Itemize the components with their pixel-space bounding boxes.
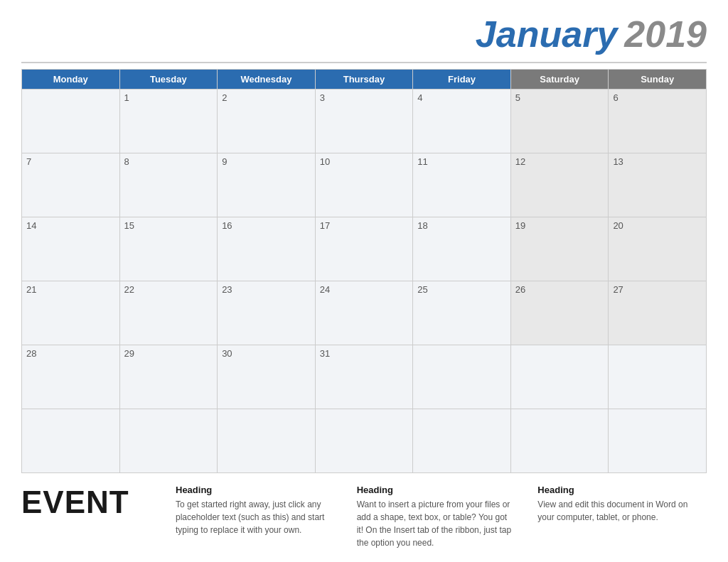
day-number: 14: [26, 220, 36, 231]
col-header-monday: Monday: [22, 70, 120, 90]
day-number: 12: [515, 156, 525, 167]
footer-col-2: Heading Want to insert a picture from yo…: [345, 485, 526, 549]
calendar-cell: 17: [315, 217, 413, 281]
day-number: 29: [124, 348, 134, 359]
day-number: 1: [124, 92, 129, 103]
footer-col3-heading: Heading: [537, 485, 695, 495]
calendar-cell: 10: [315, 153, 413, 217]
day-number: 5: [515, 92, 520, 103]
footer-col-3: Heading View and edit this document in W…: [525, 485, 707, 549]
day-number: 17: [320, 220, 330, 231]
calendar-cell: [22, 409, 120, 473]
calendar-cell: 4: [413, 90, 511, 153]
col-header-friday: Friday: [413, 70, 511, 90]
day-number: 11: [417, 156, 427, 167]
calendar-cell: 20: [609, 217, 707, 281]
day-number: 21: [26, 284, 36, 295]
day-number: 24: [320, 284, 330, 295]
calendar-body: 1234567891011121314151617181920212223242…: [22, 90, 707, 473]
calendar-cell: 8: [119, 153, 218, 217]
calendar-cell: 7: [22, 153, 120, 217]
day-number: 16: [222, 220, 232, 231]
calendar-cell: 26: [510, 281, 609, 345]
calendar-footer: EVENT Heading To get started right away,…: [21, 485, 707, 549]
day-number: 8: [124, 156, 129, 167]
calendar-week-4: 28293031: [22, 345, 707, 409]
calendar-cell: 3: [315, 90, 413, 153]
calendar-cell: 28: [22, 345, 120, 409]
day-number: 19: [515, 220, 525, 231]
day-number: 20: [613, 220, 623, 231]
calendar-cell: 21: [22, 281, 120, 345]
calendar-cell: 31: [315, 345, 413, 409]
calendar-cell: 29: [119, 345, 218, 409]
calendar-cell: 18: [413, 217, 511, 281]
calendar-title: January2019: [21, 14, 707, 55]
calendar-week-0: 123456: [22, 90, 707, 153]
footer-col2-heading: Heading: [357, 485, 515, 495]
calendar-cell: 24: [315, 281, 413, 345]
calendar-cell: 2: [218, 90, 316, 153]
calendar-week-1: 78910111213: [22, 153, 707, 217]
calendar-cell: 19: [510, 217, 609, 281]
calendar-cell: [609, 409, 707, 473]
day-number: 6: [613, 92, 618, 103]
calendar-cell: [413, 409, 511, 473]
day-number: 9: [222, 156, 227, 167]
day-number: 26: [515, 284, 525, 295]
day-number: 23: [222, 284, 232, 295]
calendar-cell: [609, 345, 707, 409]
col-header-sunday: Sunday: [609, 70, 707, 90]
footer-col1-heading: Heading: [176, 485, 333, 495]
day-number: 4: [417, 92, 422, 103]
footer-col3-body: View and edit this document in Word on y…: [537, 498, 695, 524]
title-divider: [21, 62, 707, 63]
footer-col2-body: Want to insert a picture from your files…: [357, 498, 515, 549]
day-number: 13: [613, 156, 623, 167]
day-number: 10: [320, 156, 330, 167]
month-label: January: [476, 13, 617, 55]
footer-columns: Heading To get started right away, just …: [164, 485, 707, 549]
calendar-table: MondayTuesdayWednesdayThursdayFridaySatu…: [21, 69, 707, 473]
day-number: 2: [222, 92, 227, 103]
calendar-header-row: MondayTuesdayWednesdayThursdayFridaySatu…: [22, 70, 707, 90]
col-header-wednesday: Wednesday: [218, 70, 316, 90]
day-number: 18: [417, 220, 427, 231]
calendar-cell: 27: [609, 281, 707, 345]
calendar-week-5: [22, 409, 707, 473]
calendar-cell: [510, 409, 609, 473]
calendar-week-3: 21222324252627: [22, 281, 707, 345]
col-header-thursday: Thursday: [315, 70, 413, 90]
col-header-saturday: Saturday: [510, 70, 609, 90]
calendar-cell: 13: [609, 153, 707, 217]
footer-col-1: Heading To get started right away, just …: [164, 485, 345, 549]
day-number: 28: [26, 348, 36, 359]
day-number: 27: [613, 284, 623, 295]
event-section: EVENT: [21, 485, 164, 520]
calendar-cell: 11: [413, 153, 511, 217]
calendar-cell: 6: [609, 90, 707, 153]
calendar-cell: 22: [119, 281, 218, 345]
col-header-tuesday: Tuesday: [119, 70, 218, 90]
day-number: 31: [320, 348, 330, 359]
calendar-cell: 9: [218, 153, 316, 217]
calendar-cell: [218, 409, 316, 473]
calendar-cell: [510, 345, 609, 409]
calendar-cell: 16: [218, 217, 316, 281]
calendar-cell: 14: [22, 217, 120, 281]
calendar-cell: 30: [218, 345, 316, 409]
day-number: 7: [26, 156, 31, 167]
calendar-cell: 23: [218, 281, 316, 345]
day-number: 30: [222, 348, 232, 359]
day-number: 25: [417, 284, 427, 295]
day-number: 15: [124, 220, 134, 231]
day-number: 3: [320, 92, 325, 103]
calendar-cell: [413, 345, 511, 409]
event-label: EVENT: [21, 485, 129, 519]
calendar-cell: 1: [119, 90, 218, 153]
year-label: 2019: [624, 13, 707, 55]
calendar-cell: 12: [510, 153, 609, 217]
calendar-week-2: 14151617181920: [22, 217, 707, 281]
footer-col1-body: To get started right away, just click an…: [176, 498, 333, 536]
calendar-cell: 5: [510, 90, 609, 153]
